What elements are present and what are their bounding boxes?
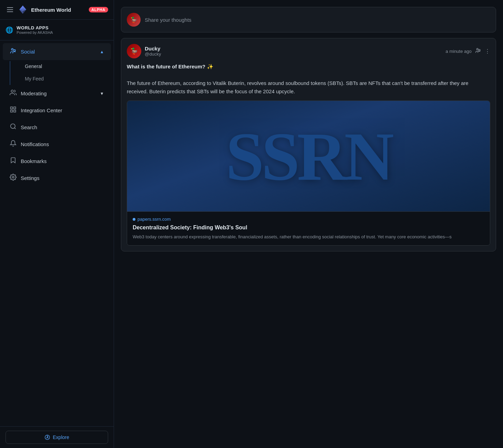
link-source-dot <box>133 218 135 221</box>
social-sub-items: General My Feed <box>0 60 114 85</box>
social-group: Social ▲ General My Feed <box>0 43 114 85</box>
moderating-icon <box>10 89 17 98</box>
menu-button[interactable] <box>6 6 15 13</box>
main-content: 🦆 Share your thoughts 🦆 Ducky @ducky a m… <box>114 0 503 448</box>
explore-button[interactable]: Explore <box>6 431 108 444</box>
world-apps-label: WORLD APPS <box>17 25 53 30</box>
svg-point-7 <box>11 90 13 93</box>
svg-point-6 <box>14 50 16 51</box>
sidebar-item-moderating[interactable]: Moderating ▼ <box>3 85 111 102</box>
general-label: General <box>25 64 42 69</box>
post-social-icon <box>475 47 481 55</box>
sidebar-item-integration[interactable]: Integration Center <box>3 102 111 119</box>
sidebar-item-search[interactable]: Search <box>3 119 111 136</box>
app-title: Ethereum World <box>31 7 85 13</box>
social-nav-icon <box>10 47 17 56</box>
my-feed-label: My Feed <box>25 76 44 82</box>
social-label: Social <box>21 49 35 55</box>
more-options-icon[interactable]: ⋮ <box>485 48 490 55</box>
sidebar-header: Ethereum World ALPHA <box>0 0 114 20</box>
notifications-label: Notifications <box>21 141 49 147</box>
svg-rect-8 <box>11 107 13 109</box>
moderating-label: Moderating <box>21 90 47 96</box>
sidebar-item-notifications[interactable]: Notifications <box>3 136 111 153</box>
moderating-chevron-icon: ▼ <box>100 91 104 96</box>
sidebar-item-my-feed[interactable]: My Feed <box>21 73 111 85</box>
post-text: What is the future of Ethereum? ✨ The fu… <box>127 63 490 96</box>
integration-label: Integration Center <box>21 107 62 113</box>
link-image: SSRN <box>127 101 490 211</box>
svg-point-16 <box>477 48 478 50</box>
sidebar: Ethereum World ALPHA 🌐 WORLD APPS Powere… <box>0 0 114 448</box>
post-body: The future of Ethereum, according to Vit… <box>127 79 490 96</box>
link-title: Decentralized Society: Finding Web3's So… <box>133 225 484 231</box>
link-source: papers.ssrn.com <box>133 217 484 222</box>
ssrn-logo-text: SSRN <box>226 117 391 196</box>
nav-section: Social ▲ General My Feed <box>0 40 114 426</box>
user-avatar: 🦆 <box>127 13 141 27</box>
integration-icon <box>10 106 17 115</box>
ethereum-logo <box>18 5 28 15</box>
link-info: papers.ssrn.com Decentralized Society: F… <box>127 211 490 245</box>
link-card[interactable]: SSRN papers.ssrn.com Decentralized Socie… <box>127 101 490 246</box>
link-description: Web3 today centers around expressing tra… <box>133 233 484 240</box>
post-handle: @ducky <box>145 51 446 57</box>
social-chevron-icon: ▲ <box>100 49 104 54</box>
globe-icon: 🌐 <box>6 26 13 34</box>
explore-icon <box>45 435 50 440</box>
share-placeholder: Share your thoughts <box>145 17 490 23</box>
social-left-bar <box>10 61 10 85</box>
post-user-info: Ducky @ducky <box>145 46 446 57</box>
notifications-icon <box>10 140 17 149</box>
svg-line-13 <box>15 128 16 129</box>
post-question: What is the future of Ethereum? ✨ <box>127 64 213 69</box>
svg-rect-10 <box>14 110 16 112</box>
svg-rect-9 <box>14 107 16 109</box>
search-label: Search <box>21 124 37 130</box>
world-apps-section: 🌐 WORLD APPS Powered by AKASHA <box>0 20 114 40</box>
settings-label: Settings <box>21 175 39 181</box>
post-meta: a minute ago ⋮ <box>446 47 490 55</box>
bookmarks-label: Bookmarks <box>21 158 47 164</box>
sidebar-item-bookmarks[interactable]: Bookmarks <box>3 153 111 170</box>
post-card: 🦆 Ducky @ducky a minute ago ⋮ <box>121 38 496 251</box>
world-apps-sub: Powered by AKASHA <box>17 30 53 35</box>
svg-point-14 <box>12 177 14 178</box>
bookmarks-icon <box>10 157 17 165</box>
alpha-badge: ALPHA <box>89 7 108 12</box>
sidebar-item-social[interactable]: Social ▲ <box>3 43 111 60</box>
explore-label: Explore <box>53 435 69 440</box>
post-time: a minute ago <box>446 49 472 54</box>
svg-rect-11 <box>11 110 13 112</box>
settings-icon <box>10 174 17 182</box>
post-avatar: 🦆 <box>127 44 141 58</box>
sidebar-footer: Explore <box>0 426 114 448</box>
avatar-image: 🦆 <box>127 13 141 27</box>
sidebar-item-settings[interactable]: Settings <box>3 170 111 187</box>
search-nav-icon <box>10 123 17 132</box>
post-header: 🦆 Ducky @ducky a minute ago ⋮ <box>127 44 490 58</box>
sidebar-item-general[interactable]: General <box>21 60 111 73</box>
link-source-url: papers.ssrn.com <box>137 217 171 222</box>
post-username: Ducky <box>145 46 446 51</box>
share-box[interactable]: 🦆 Share your thoughts <box>121 7 496 32</box>
svg-point-12 <box>11 124 15 128</box>
svg-point-5 <box>11 48 13 50</box>
svg-point-17 <box>479 49 481 51</box>
